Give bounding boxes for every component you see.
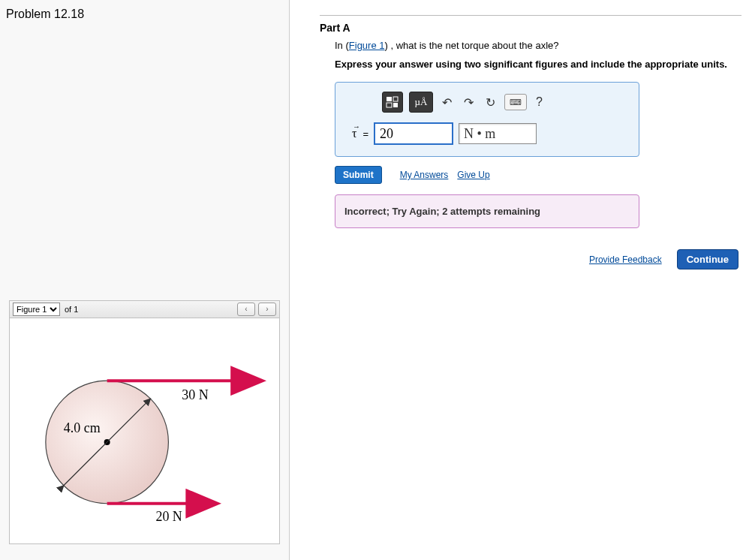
help-icon[interactable]: ?	[533, 95, 546, 109]
keyboard-icon[interactable]: ⌨	[504, 94, 527, 110]
figure-select[interactable]: Figure 1	[13, 303, 60, 316]
figure-header: Figure 1 of 1 ‹ ›	[10, 301, 279, 318]
templates-icon[interactable]	[382, 92, 403, 113]
provide-feedback-link[interactable]: Provide Feedback	[589, 254, 662, 265]
figure-link[interactable]: Figure 1	[349, 40, 385, 51]
answer-toolbar: µÅ ↶ ↷ ↻ ⌨ ?	[382, 92, 630, 113]
units-button[interactable]: µÅ	[409, 92, 433, 113]
svg-rect-7	[387, 103, 392, 107]
question-pre: In (	[335, 40, 349, 51]
bottom-force-label: 20 N	[155, 509, 182, 524]
figure-of-label: of 1	[65, 305, 78, 314]
my-answers-link[interactable]: My Answers	[400, 170, 449, 180]
answer-box: µÅ ↶ ↷ ↻ ⌨ ? →τ =	[335, 82, 639, 157]
svg-rect-6	[393, 97, 398, 101]
figure-diagram: 4.0 cm 30 N 20 N	[10, 318, 279, 543]
footer-row: Provide Feedback Continue	[320, 249, 741, 269]
value-input[interactable]	[374, 123, 453, 144]
radius-label: 4.0 cm	[64, 420, 101, 435]
figure-prev-button[interactable]: ‹	[237, 303, 255, 316]
question-post: ) , what is the net torque about the axl…	[385, 40, 559, 51]
give-up-link[interactable]: Give Up	[457, 170, 489, 180]
svg-rect-8	[393, 103, 398, 107]
figure-next-button[interactable]: ›	[258, 303, 276, 316]
problem-title: Problem 12.18	[0, 0, 289, 21]
question-text: In (Figure 1) , what is the net torque a…	[335, 40, 741, 51]
action-row: Submit My Answers Give Up	[335, 166, 741, 184]
figure-panel: Figure 1 of 1 ‹ ›	[9, 300, 280, 544]
reset-icon[interactable]: ↻	[483, 95, 498, 110]
equals-sign: =	[362, 128, 368, 140]
svg-rect-5	[387, 97, 392, 101]
submit-button[interactable]: Submit	[335, 166, 382, 184]
continue-button[interactable]: Continue	[677, 249, 738, 269]
redo-icon[interactable]: ↷	[461, 95, 477, 110]
variable-symbol: →τ	[352, 127, 356, 140]
feedback-message: Incorrect; Try Again; 2 attempts remaini…	[335, 194, 639, 228]
units-input[interactable]	[459, 123, 537, 144]
answer-row: →τ =	[352, 123, 630, 144]
answer-instruction: Express your answer using two significan…	[335, 59, 741, 70]
undo-icon[interactable]: ↶	[439, 95, 455, 110]
part-a-label: Part A	[320, 22, 741, 34]
left-pane: Problem 12.18 Figure 1 of 1 ‹ ›	[0, 0, 290, 560]
right-pane: Part A In (Figure 1) , what is the net t…	[290, 0, 749, 560]
top-force-label: 30 N	[182, 387, 208, 402]
divider	[320, 15, 741, 16]
